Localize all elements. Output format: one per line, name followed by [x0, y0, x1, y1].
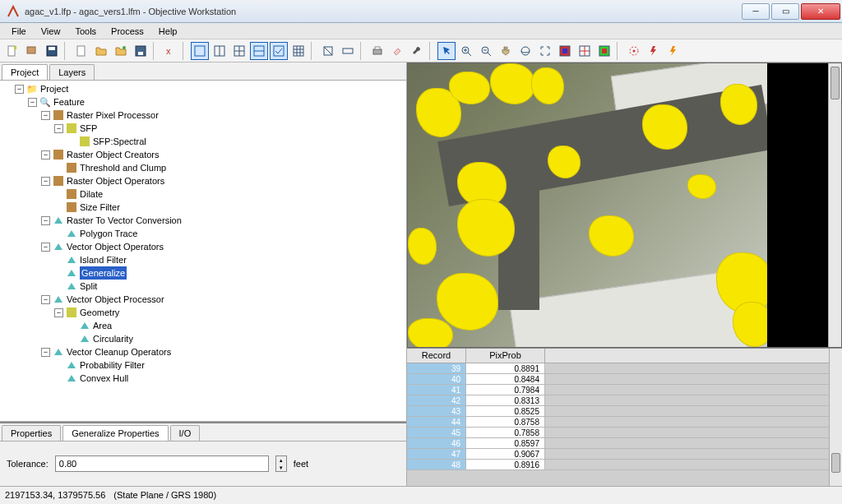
collapse-icon[interactable]: −	[41, 348, 50, 357]
map-viewport[interactable]	[407, 62, 842, 348]
tolerance-spinner[interactable]: ▲▼	[275, 455, 287, 472]
table-row[interactable]: 390.8891	[407, 363, 842, 374]
open-project-icon[interactable]	[23, 42, 41, 60]
bolt-orange-icon[interactable]	[664, 42, 682, 60]
tree-root[interactable]: Project	[40, 82, 68, 95]
table-row[interactable]: 450.7858	[407, 428, 842, 438]
tree-probfilter[interactable]: Probability Filter	[80, 358, 145, 372]
tree-sfp[interactable]: SFP	[80, 122, 97, 135]
collapse-icon[interactable]: −	[41, 111, 50, 120]
table-row[interactable]: 460.8597	[407, 438, 842, 449]
menu-view[interactable]: View	[35, 25, 67, 38]
scrollbar-thumb[interactable]	[831, 453, 840, 473]
tree-convexhull[interactable]: Convex Hull	[80, 372, 128, 385]
tab-generalize-props[interactable]: Generalize Properties	[62, 425, 168, 441]
table-row[interactable]: 480.8916	[407, 460, 842, 470]
menu-tools[interactable]: Tools	[68, 25, 103, 38]
pan-icon[interactable]	[497, 42, 515, 60]
zoom-in-icon[interactable]	[457, 42, 475, 60]
menu-help[interactable]: Help	[152, 25, 184, 38]
zoom-out-icon[interactable]	[477, 42, 495, 60]
minimize-button[interactable]: ─	[742, 3, 770, 20]
tree-polytrace[interactable]: Polygon Trace	[80, 227, 137, 240]
print-icon[interactable]	[368, 42, 386, 60]
fit-icon[interactable]	[319, 42, 337, 60]
menu-process[interactable]: Process	[104, 25, 150, 38]
layout-grid-icon[interactable]	[289, 42, 308, 60]
tree-feature[interactable]: Feature	[53, 95, 85, 109]
table-scrollbar[interactable]	[829, 349, 842, 486]
save-disk-icon[interactable]	[132, 42, 150, 60]
project-tree[interactable]: −📁Project −🔍Feature −Raster Pixel Proces…	[0, 81, 406, 422]
scrollbar-thumb[interactable]	[830, 67, 840, 99]
menu-file[interactable]: File	[5, 25, 33, 38]
swatch-c-icon[interactable]	[595, 42, 613, 60]
col-pixprob[interactable]: PixProb	[466, 349, 545, 363]
open-folder-icon[interactable]	[92, 42, 110, 60]
tree-vco[interactable]: Vector Cleanup Operators	[67, 345, 171, 358]
tolerance-input[interactable]	[55, 455, 269, 472]
tab-layers[interactable]: Layers	[49, 64, 95, 80]
tree-rpp[interactable]: Raster Pixel Processor	[67, 109, 159, 122]
pointer-icon[interactable]	[437, 42, 456, 60]
tab-io[interactable]: I/O	[170, 425, 201, 441]
swatch-a-icon[interactable]	[556, 42, 574, 60]
table-row[interactable]: 420.8313	[407, 395, 842, 406]
layout-misc-icon[interactable]	[339, 42, 357, 60]
new-icon[interactable]	[3, 42, 21, 60]
tab-properties[interactable]: Properties	[2, 425, 61, 441]
tree-threshold[interactable]: Threshold and Clump	[80, 161, 166, 174]
tree-split[interactable]: Split	[80, 280, 97, 293]
open-alt-icon[interactable]	[112, 42, 130, 60]
table-row[interactable]: 410.7984	[407, 385, 842, 395]
new-doc-icon[interactable]	[72, 42, 90, 60]
tree-islandfilter[interactable]: Island Filter	[80, 253, 127, 266]
chevron-up-icon[interactable]: ▲	[276, 456, 286, 464]
tree-sizefilter[interactable]: Size Filter	[80, 201, 120, 214]
tree-generalize[interactable]: Generalize	[80, 266, 127, 280]
table-row[interactable]: 430.8525	[407, 406, 842, 417]
collapse-icon[interactable]: −	[41, 150, 50, 160]
layout-single-icon[interactable]	[191, 42, 209, 60]
layout-check-icon[interactable]	[270, 42, 288, 60]
tab-project[interactable]: Project	[2, 64, 48, 80]
collapse-icon[interactable]: −	[41, 177, 50, 186]
table-row[interactable]: 440.8758	[407, 417, 842, 428]
tree-roo[interactable]: Raster Object Operators	[67, 174, 164, 187]
tree-geometry[interactable]: Geometry	[80, 306, 119, 319]
collapse-icon[interactable]: −	[54, 124, 63, 133]
collapse-icon[interactable]: −	[41, 243, 50, 252]
table-row[interactable]: 400.8484	[407, 374, 842, 385]
tree-dilate[interactable]: Dilate	[80, 187, 103, 201]
wrench-icon[interactable]	[408, 42, 426, 60]
tree-vop[interactable]: Vector Object Processor	[67, 293, 164, 306]
save-icon[interactable]	[43, 42, 61, 60]
col-record[interactable]: Record	[407, 349, 466, 363]
map-scrollbar[interactable]	[828, 63, 841, 347]
tree-area[interactable]: Area	[93, 319, 112, 332]
layout-hsplit-icon[interactable]	[250, 42, 268, 60]
collapse-icon[interactable]: −	[15, 85, 24, 94]
collapse-icon[interactable]: −	[54, 308, 63, 317]
collapse-icon[interactable]: −	[41, 295, 50, 304]
swatch-b-icon[interactable]	[576, 42, 594, 60]
target-icon[interactable]	[625, 42, 643, 60]
tree-sfp-spectral[interactable]: SFP:Spectral	[93, 135, 146, 148]
variables-icon[interactable]: x	[161, 42, 179, 60]
maximize-button[interactable]: ▭	[771, 3, 799, 20]
erase-icon[interactable]	[388, 42, 406, 60]
tree-rtv[interactable]: Raster To Vector Conversion	[67, 214, 182, 227]
tree-roc[interactable]: Raster Object Creators	[67, 148, 159, 161]
close-button[interactable]: ✕	[801, 3, 840, 20]
layout-quad-icon[interactable]	[230, 42, 248, 60]
extent-icon[interactable]	[536, 42, 554, 60]
collapse-icon[interactable]: −	[28, 98, 37, 107]
chevron-down-icon[interactable]: ▼	[276, 464, 286, 471]
tree-circularity[interactable]: Circularity	[93, 332, 133, 345]
table-row[interactable]: 470.9067	[407, 449, 842, 460]
tree-voo[interactable]: Vector Object Operators	[67, 240, 164, 253]
orbit-icon[interactable]	[516, 42, 534, 60]
collapse-icon[interactable]: −	[41, 216, 50, 225]
bolt-red-icon[interactable]	[645, 42, 663, 60]
layout-vsplit-icon[interactable]	[210, 42, 229, 60]
